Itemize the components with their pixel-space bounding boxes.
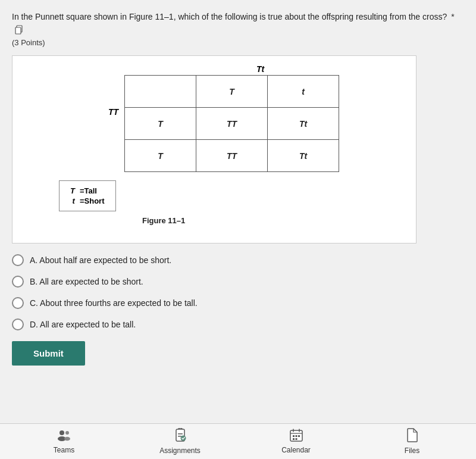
answer-label-D: D. All are expected to be tall. [30,320,136,329]
teams-icon [57,429,71,445]
answers-section: A. About half are expected to be short. … [12,254,464,330]
svg-point-9 [180,436,186,441]
punnett-left-allele-T1: T [125,108,196,140]
legend-box: T =Tall t =Short [59,180,116,211]
left-parent-label: TT [108,107,118,117]
punnett-table-area: TT T t T TT Tt T TT [89,75,339,172]
main-content: In the Punnett square shown in Figure 11… [0,0,476,423]
nav-label-files: Files [405,446,419,455]
answer-option-C[interactable]: C. About three fourths are expected to b… [12,297,464,309]
legend-table: T =Tall t =Short [68,186,107,206]
punnett-cell-Tt-2: Tt [268,140,339,172]
svg-point-5 [64,437,70,441]
radio-C[interactable] [12,297,24,309]
answer-label-B: B. All are expected to be short. [30,277,143,286]
legend-val-T: =Tall [77,186,107,196]
nav-item-calendar[interactable]: Calendar [275,429,317,454]
files-icon [406,428,418,445]
required-marker: * [451,12,454,21]
radio-A[interactable] [12,254,24,266]
figure-container: Tt TT T t T TT Tt [12,55,416,243]
figure-caption: Figure 11–1 [142,216,185,225]
svg-rect-1 [15,27,21,34]
svg-point-3 [65,431,69,435]
punnett-cell-TT-2: TT [196,140,268,172]
question-body: In the Punnett square shown in Figure 11… [12,12,447,21]
nav-item-assignments[interactable]: Assignments [159,428,201,455]
radio-B[interactable] [12,276,24,288]
copy-icon [14,25,24,35]
svg-rect-18 [295,438,297,440]
punnett-wrapper: Tt TT T t T TT Tt [23,64,405,225]
svg-rect-7 [178,433,183,435]
legend-val-t: =Short [77,196,107,206]
bottom-nav: Teams Assignments [0,423,476,459]
punnett-left-allele-T2: T [125,140,196,172]
question-text: In the Punnett square shown in Figure 11… [12,11,464,36]
answer-option-D[interactable]: D. All are expected to be tall. [12,319,464,330]
calendar-icon [289,429,303,445]
punnett-cell-Tt-1: Tt [268,108,339,140]
submit-button[interactable]: Submit [12,341,85,366]
nav-label-assignments: Assignments [159,446,201,455]
punnett-cell-TT-1: TT [196,108,268,140]
svg-rect-17 [293,438,295,440]
answer-label-C: C. About three fourths are expected to b… [30,298,198,308]
punnett-cell-empty [125,76,196,108]
nav-label-calendar: Calendar [281,446,311,454]
answer-label-A: A. About half are expected to be short. [30,255,171,265]
svg-rect-15 [295,435,297,437]
answer-option-B[interactable]: B. All are expected to be short. [12,276,464,288]
nav-item-files[interactable]: Files [392,428,433,455]
svg-rect-8 [178,436,181,437]
punnett-top-allele-t: t [268,76,339,108]
nav-item-teams[interactable]: Teams [43,429,85,454]
punnett-top-allele-T: T [196,76,268,108]
nav-label-teams: Teams [54,446,74,454]
top-parent-label: Tt [183,64,338,74]
punnett-table: T t T TT Tt T TT Tt [124,75,339,172]
svg-point-2 [60,430,64,435]
points-text: (3 Points) [12,38,464,47]
radio-D[interactable] [12,319,24,330]
svg-rect-16 [298,435,300,437]
assignments-icon [174,428,187,445]
legend-key-t: t [68,196,77,206]
legend-key-T: T [68,186,77,196]
answer-option-A[interactable]: A. About half are expected to be short. [12,254,464,266]
svg-rect-14 [293,435,295,437]
